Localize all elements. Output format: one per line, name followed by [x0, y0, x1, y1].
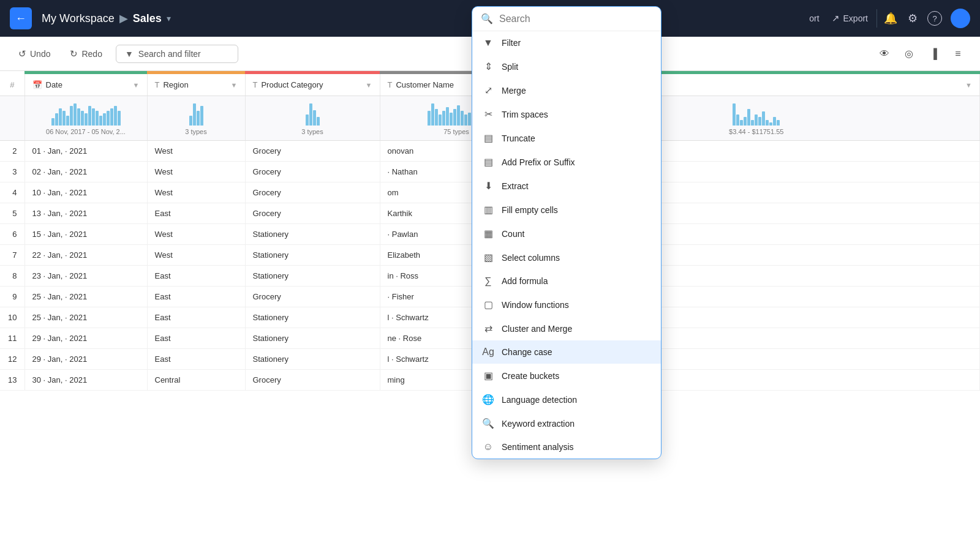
menu-item-cluster-merge[interactable]: ⇄ Cluster and Merge [472, 317, 661, 340]
row-date: 29 · Jan, · 2021 [24, 328, 147, 349]
col-header-date[interactable]: 📅 Date ▼ [24, 74, 147, 96]
row-date: 13 · Jan, · 2021 [24, 203, 147, 224]
row-date: 22 · Jan, · 2021 [24, 245, 147, 266]
row-number: 4 [0, 182, 24, 203]
menu-label-select-columns: Select columns [502, 253, 651, 263]
row-category: Grocery [245, 162, 380, 182]
menu-item-fill-empty-cells[interactable]: ▥ Fill empty cells [472, 198, 661, 222]
row-date: 23 · Jan, · 2021 [24, 266, 147, 287]
row-region: East [147, 203, 245, 224]
menu-item-split[interactable]: ⇕ Split [472, 54, 661, 78]
menu-item-trim-spaces[interactable]: ✂ Trim spaces [472, 102, 661, 126]
row-category: Grocery [245, 141, 380, 162]
row-number: 6 [0, 224, 24, 245]
menu-item-window-functions[interactable]: ▢ Window functions [472, 293, 661, 317]
row-number: 11 [0, 328, 24, 349]
view-toggle-button[interactable]: 👁 [875, 44, 894, 64]
row-date: 01 · Jan, · 2021 [24, 141, 147, 162]
category-types: 3 types [253, 128, 372, 135]
search-filter-button[interactable]: ▼ Search and filter [116, 45, 238, 63]
target-button[interactable]: ◎ [899, 44, 919, 64]
row-number: 5 [0, 203, 24, 224]
row-region: West [147, 245, 245, 266]
col-header-rownum: # [0, 74, 24, 96]
row-number: 12 [0, 349, 24, 370]
export-button[interactable]: ↗ Export [826, 9, 874, 28]
menu-item-extract[interactable]: ⬇ Extract [472, 174, 661, 198]
menu-icon-merge: ⤢ [482, 84, 494, 96]
header-divider [876, 9, 877, 28]
color-bar-region [147, 71, 245, 74]
menu-item-merge[interactable]: ⤢ Merge [472, 78, 661, 102]
menu-icon-create-buckets: ▣ [482, 370, 494, 381]
search-filter-label: Search and filter [138, 49, 201, 59]
row-number: 10 [0, 307, 24, 328]
menu-item-language-detection[interactable]: 🌐 Language detection [472, 388, 661, 411]
region-col-label: Region [163, 80, 188, 89]
menu-label-count: Count [502, 229, 651, 239]
menu-icon-filter: ▼ [482, 37, 494, 48]
gear-icon: ⚙ [908, 12, 918, 25]
stats-category: 3 types [245, 96, 380, 141]
user-avatar[interactable] [951, 9, 970, 28]
col-header-category[interactable]: T Product Category ▼ [245, 74, 380, 96]
row-category: Grocery [245, 287, 380, 307]
chart-button[interactable]: ▐ [924, 44, 943, 64]
menu-label-filter: Filter [502, 38, 651, 48]
menu-item-add-formula[interactable]: ∑ Add formula [472, 269, 661, 293]
row-category: Stationery [245, 349, 380, 370]
undo-button[interactable]: ↺ Undo [12, 45, 56, 63]
redo-icon: ↻ [70, 48, 78, 59]
row-date: 02 · Jan, · 2021 [24, 162, 147, 182]
row-category: Stationery [245, 224, 380, 245]
row-number: 3 [0, 162, 24, 182]
undo-label: Undo [30, 49, 50, 59]
menu-item-count[interactable]: ▦ Count [472, 222, 661, 246]
stats-rownum [0, 96, 24, 141]
sort-button[interactable]: ≡ [948, 44, 968, 64]
col-header-region[interactable]: T Region ▼ [147, 74, 245, 96]
menu-icon-sentiment-analysis: ☺ [482, 441, 494, 452]
search-icon: 🔍 [481, 13, 493, 24]
export-label: Export [843, 13, 868, 23]
menu-icon-extract: ⬇ [482, 180, 494, 192]
menu-item-change-case[interactable]: Ag Change case [472, 340, 661, 364]
region-type-icon: T [155, 80, 160, 89]
menu-item-sentiment-analysis[interactable]: ☺ Sentiment analysis [472, 435, 661, 459]
search-input[interactable] [499, 13, 652, 24]
menu-item-add-prefix-suffix[interactable]: ▤ Add Prefix or Suffix [472, 150, 661, 174]
row-number: 13 [0, 370, 24, 391]
row-category: Stationery [245, 245, 380, 266]
color-bar-category [245, 71, 380, 74]
menu-item-truncate[interactable]: ▤ Truncate [472, 126, 661, 150]
customer-type-icon: T [388, 80, 393, 89]
region-types: 3 types [155, 128, 238, 135]
menu-item-filter[interactable]: ▼ Filter [472, 31, 661, 54]
export-icon: ↗ [832, 13, 840, 24]
menu-icon-add-prefix-suffix: ▤ [482, 156, 494, 168]
help-button[interactable]: ? [924, 7, 946, 29]
menu-item-select-columns[interactable]: ▧ Select columns [472, 246, 661, 269]
menu-item-create-buckets[interactable]: ▣ Create buckets [472, 364, 661, 388]
settings-button[interactable]: ⚙ [902, 7, 924, 29]
sort-icon: ≡ [955, 48, 960, 59]
menu-label-create-buckets: Create buckets [502, 371, 651, 381]
menu-label-add-prefix-suffix: Add Prefix or Suffix [502, 157, 651, 167]
row-date: 29 · Jan, · 2021 [24, 349, 147, 370]
row-region: East [147, 307, 245, 328]
menu-item-keyword-extraction[interactable]: 🔍 Keyword extraction [472, 411, 661, 435]
region-sort-icon: ▼ [231, 81, 238, 89]
customer-col-label: Customer Name [396, 80, 454, 89]
menu-icon-language-detection: 🌐 [482, 394, 494, 405]
region-mini-chart [155, 101, 238, 126]
menu-icon-truncate: ▤ [482, 132, 494, 144]
notifications-button[interactable]: 🔔 [880, 7, 902, 29]
back-button[interactable]: ← [10, 7, 32, 29]
bell-icon: 🔔 [884, 12, 897, 25]
import-button[interactable]: ort [803, 10, 825, 27]
date-mini-chart [32, 101, 140, 126]
menu-icon-window-functions: ▢ [482, 299, 494, 310]
redo-button[interactable]: ↻ Redo [64, 45, 108, 63]
date-type-icon: 📅 [32, 80, 42, 89]
menu-icon-trim-spaces: ✂ [482, 108, 494, 120]
